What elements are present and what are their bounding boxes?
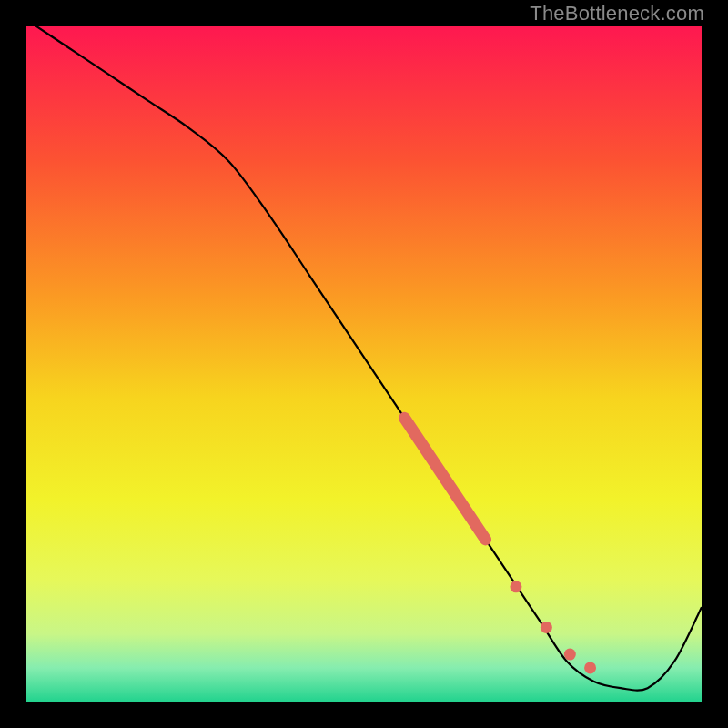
highlight-point <box>564 649 576 661</box>
chart-svg <box>26 26 702 702</box>
highlight-point <box>541 622 552 633</box>
chart-frame: TheBottleneck.com <box>0 0 728 728</box>
watermark-label: TheBottleneck.com <box>530 2 704 25</box>
chart-background <box>26 26 702 702</box>
highlight-point <box>510 581 521 592</box>
chart-plot-area <box>26 26 702 702</box>
highlight-point <box>584 662 596 673</box>
